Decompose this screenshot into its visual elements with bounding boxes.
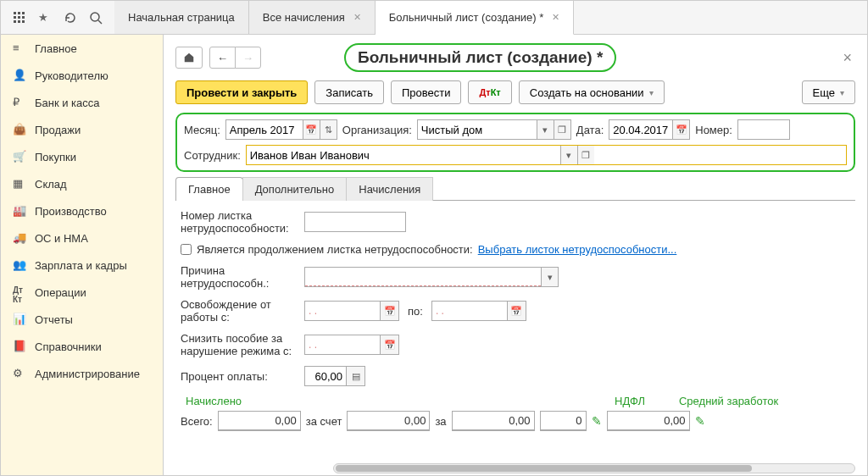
history-icon[interactable] [64,11,77,25]
close-button[interactable]: × [839,46,855,70]
gear-icon: ⚙ [13,367,26,380]
org-label: Организация: [342,124,412,136]
month-input[interactable] [226,120,303,139]
leave-to-input[interactable]: . . [431,301,508,321]
edit-icon[interactable]: ✎ [592,414,602,428]
sheet-no-label: Номер листка нетрудоспособности: [181,209,296,235]
dropdown-icon[interactable]: ▾ [537,120,554,139]
calc-icon[interactable]: ▤ [347,366,365,386]
dropdown-icon[interactable]: ▾ [560,146,577,164]
sidebar-item-hr[interactable]: 👥Зарплата и кадры [1,252,163,279]
svg-rect-3 [14,16,16,19]
sidebar-item-production[interactable]: 🏭Производство [1,197,163,224]
continuation-checkbox[interactable] [181,244,192,255]
pay-pct-label: Процент оплаты: [181,370,296,383]
svg-line-10 [98,20,102,24]
menu-icon: ≡ [13,42,26,55]
calendar-icon[interactable]: 📅 [381,301,399,321]
sidebar-item-label: ОС и НМА [35,232,88,245]
close-icon[interactable]: ✕ [552,12,559,23]
sidebar-item-bank[interactable]: ₽Банк и касса [1,89,163,116]
horizontal-scrollbar[interactable] [333,463,855,473]
reason-input[interactable] [305,268,541,286]
number-input[interactable] [738,120,789,139]
employee-input[interactable] [247,146,560,164]
post-button[interactable]: Провести [391,80,462,104]
tab-accruals[interactable]: Начисления [346,177,433,201]
calendar-icon[interactable]: 📅 [508,301,526,321]
header-form-frame: Месяц: 📅 ⇅ Организация: ▾ ❐ Дата: 📅 Н [175,113,855,172]
svg-rect-0 [14,12,16,14]
edit-icon[interactable]: ✎ [695,414,705,428]
page-title: Больничный лист (создание) * [344,43,616,72]
post-close-button[interactable]: Провести и закрыть [175,80,308,104]
sidebar-item-warehouse[interactable]: ▦Склад [1,170,163,197]
dtkt-button[interactable]: ДтКт [468,80,511,104]
svg-rect-7 [18,20,20,23]
continuation-label: Является продолжением листка нетрудоспос… [197,243,473,256]
bag-icon: 👜 [13,123,26,136]
star-icon[interactable]: ★ [38,11,52,25]
home-button[interactable] [175,47,203,69]
sidebar-item-purchases[interactable]: 🛒Покупки [1,143,163,170]
book-icon: 📕 [13,340,26,353]
svg-rect-1 [18,12,20,14]
sidebar-item-assets[interactable]: 🚚ОС и НМА [1,224,163,252]
calendar-icon[interactable]: 📅 [381,335,399,355]
create-on-basis-button[interactable]: Создать на основании [519,80,665,104]
forward-button[interactable]: → [235,47,261,69]
leave-from-input[interactable]: . . [304,301,381,321]
reason-label: Причина нетрудоспособн.: [181,264,296,290]
tab-sick-leave[interactable]: Больничный лист (создание) *✕ [376,1,575,35]
person-icon: 👤 [13,69,26,82]
pay-pct-input[interactable] [304,366,347,386]
tab-home[interactable]: Начальная страница [114,1,249,34]
select-sheet-link[interactable]: Выбрать листок нетрудоспособности... [478,243,677,256]
sidebar-item-main[interactable]: ≡Главное [1,35,163,62]
tab-additional[interactable]: Дополнительно [242,177,348,201]
tab-label: Все начисления [263,11,345,24]
people-icon: 👥 [13,258,26,272]
reduce-from-input[interactable]: . . [304,335,381,355]
date-label: Дата: [576,124,604,136]
content-area: ← → Больничный лист (создание) * × Прове… [164,35,867,475]
sheet-no-input[interactable] [304,212,406,232]
back-button[interactable]: ← [209,47,236,69]
search-icon[interactable] [89,11,103,25]
total-all: 0,00 [218,411,301,431]
close-icon[interactable]: ✕ [353,12,361,23]
org-input[interactable] [418,120,537,139]
sidebar-item-label: Операции [35,286,86,299]
sidebar-item-reports[interactable]: 📊Отчеты [1,306,163,333]
sidebar-item-label: Зарплата и кадры [35,259,127,272]
tab-label: Начальная страница [128,11,235,24]
sidebar-item-operations[interactable]: ДтКтОперации [1,279,163,306]
spinner-icon[interactable]: ⇅ [320,120,337,139]
svg-rect-2 [22,12,25,14]
tab-all-accruals[interactable]: Все начисления✕ [249,1,376,34]
sidebar-item-catalogs[interactable]: 📕Справочники [1,333,163,360]
date-input[interactable] [609,120,672,139]
more-button[interactable]: Еще [802,80,855,104]
total-ndfl: 0 [540,411,587,431]
factory-icon: 🏭 [13,204,26,218]
dropdown-icon[interactable]: ▾ [541,268,558,286]
tab-main[interactable]: Главное [175,177,243,201]
sidebar-item-admin[interactable]: ⚙Администрирование [1,360,163,387]
open-icon[interactable]: ❐ [554,120,570,139]
reduce-label: Снизить пособие за нарушение режима с: [181,332,296,357]
apps-icon[interactable] [13,11,26,25]
sidebar-item-manager[interactable]: 👤Руководителю [1,62,163,89]
by-label: за [435,415,446,428]
ruble-icon: ₽ [13,96,26,109]
svg-point-9 [91,13,99,21]
calendar-icon[interactable]: 📅 [672,120,689,139]
top-bar: ★ Начальная страница Все начисления✕ Бол… [1,1,867,35]
open-icon[interactable]: ❐ [577,146,594,164]
save-button[interactable]: Записать [314,80,384,104]
leave-from-label: Освобождение от работы с: [181,298,296,324]
sidebar-item-sales[interactable]: 👜Продажи [1,116,163,143]
calendar-icon[interactable]: 📅 [303,120,320,139]
sidebar-item-label: Руководителю [35,69,108,82]
avg-label: Средний заработок [679,395,778,407]
